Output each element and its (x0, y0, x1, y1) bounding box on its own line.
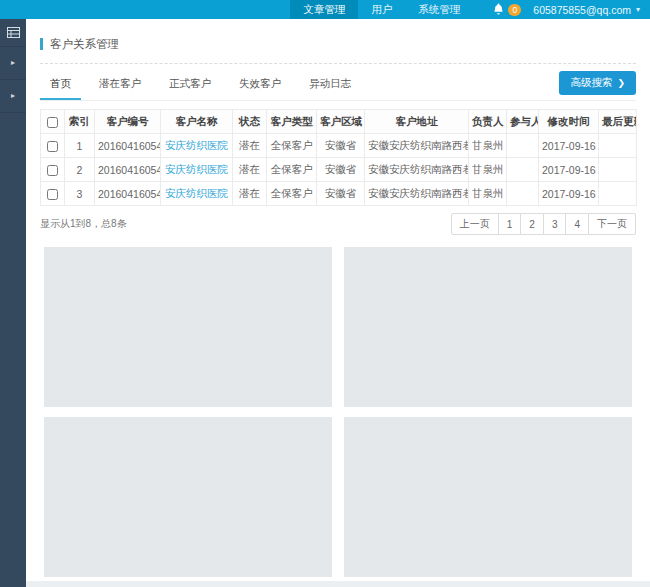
row-checkbox[interactable] (47, 141, 58, 152)
row-checkbox[interactable] (47, 189, 58, 200)
header-modified-time: 修改时间 (539, 110, 599, 134)
customer-name-link[interactable]: 安庆纺织医院 (165, 187, 228, 199)
chart-placeholder-1 (44, 247, 332, 407)
cell-participant (507, 182, 539, 206)
caret-down-icon: ▾ (636, 5, 640, 14)
row-checkbox[interactable] (47, 165, 58, 176)
row-check-cell (41, 182, 65, 206)
cell-index: 2 (65, 158, 95, 182)
sidebar-item-collapsed-1[interactable]: ▸ (0, 47, 26, 80)
cell-address: 安徽安庆纺织南路西巷38号 (365, 134, 469, 158)
cell-customer-name: 安庆纺织医院 (161, 182, 233, 206)
cell-customer-no: 20160416054 (95, 158, 161, 182)
cell-index: 1 (65, 134, 95, 158)
header-customer-no: 客户编号 (95, 110, 161, 134)
header-address: 客户地址 (365, 110, 469, 134)
pagination: 上一页 1 2 3 4 下一页 (451, 213, 636, 235)
pagination-prev-button[interactable]: 上一页 (451, 213, 499, 235)
user-email: 605875855@qq.com (533, 4, 631, 16)
cell-last-update (599, 134, 637, 158)
sidebar: ▸ ▸ (0, 19, 26, 587)
cell-owner: 甘泉州 (469, 134, 507, 158)
page-title: 客户关系管理 (50, 37, 119, 52)
notifications-button[interactable]: 0 (493, 0, 521, 19)
cell-owner: 甘泉州 (469, 158, 507, 182)
cell-customer-name: 安庆纺织医院 (161, 134, 233, 158)
tab-invalid-customers[interactable]: 失效客户 (229, 68, 291, 100)
cell-customer-no: 20160416054 (95, 182, 161, 206)
tab-home[interactable]: 首页 (40, 68, 81, 100)
cell-owner: 甘泉州 (469, 182, 507, 206)
tab-bar: 首页 潜在客户 正式客户 失效客户 异动日志 (40, 68, 369, 100)
table-row: 1 20160416054 安庆纺织医院 潜在 全保客户 安徽省 安徽安庆纺织南… (41, 134, 637, 158)
cell-modified-time: 2017-09-16 (539, 182, 599, 206)
pagination-page-1-button[interactable]: 1 (498, 213, 522, 235)
cell-participant (507, 134, 539, 158)
advanced-search-label: 高级搜索 (570, 76, 612, 90)
list-icon (7, 24, 20, 42)
cell-customer-type: 全保客户 (267, 134, 317, 158)
cell-region: 安徽省 (317, 158, 365, 182)
tab-potential-customers[interactable]: 潜在客户 (89, 68, 151, 100)
customer-table: 索引 客户编号 客户名称 状态 客户类型 客户区域 客户地址 负责人 参与人 修… (40, 109, 637, 206)
header-customer-name: 客户名称 (161, 110, 233, 134)
select-all-checkbox[interactable] (47, 117, 58, 128)
cell-status: 潜在 (233, 134, 267, 158)
header-owner: 负责人 (469, 110, 507, 134)
main-content: 客户关系管理 首页 潜在客户 正式客户 失效客户 异动日志 高级搜索 ❯ 索引 … (26, 19, 650, 581)
tab-change-log[interactable]: 异动日志 (299, 68, 361, 100)
cell-customer-type: 全保客户 (267, 182, 317, 206)
tab-formal-customers[interactable]: 正式客户 (159, 68, 221, 100)
chevron-right-icon: ❯ (617, 79, 625, 88)
tabs-row: 首页 潜在客户 正式客户 失效客户 异动日志 高级搜索 ❯ (40, 68, 636, 101)
topbar: 文章管理 用户 系统管理 0 605875855@qq.com ▾ (0, 0, 650, 19)
cell-address: 安徽安庆纺织南路西巷38号 (365, 182, 469, 206)
cell-address: 安徽安庆纺织南路西巷38号 (365, 158, 469, 182)
chart-placeholder-3 (44, 417, 332, 577)
nav-item-article-management[interactable]: 文章管理 (290, 0, 358, 19)
cell-modified-time: 2017-09-16 (539, 158, 599, 182)
cell-region: 安徽省 (317, 134, 365, 158)
chart-placeholder-2 (344, 247, 632, 407)
header-participant: 参与人 (507, 110, 539, 134)
nav-item-system-management[interactable]: 系统管理 (405, 0, 473, 19)
table-row: 2 20160416054 安庆纺织医院 潜在 全保客户 安徽省 安徽安庆纺织南… (41, 158, 637, 182)
pagination-next-button[interactable]: 下一页 (588, 213, 636, 235)
header-status: 状态 (233, 110, 267, 134)
header-index: 索引 (65, 110, 95, 134)
cell-last-update (599, 158, 637, 182)
user-menu[interactable]: 605875855@qq.com ▾ (533, 0, 650, 19)
cell-customer-name: 安庆纺织医院 (161, 158, 233, 182)
nav-item-users[interactable]: 用户 (358, 0, 405, 19)
cell-index: 3 (65, 182, 95, 206)
record-summary: 显示从1到8，总8条 (40, 217, 127, 231)
cell-modified-time: 2017-09-16 (539, 134, 599, 158)
pagination-page-3-button[interactable]: 3 (543, 213, 567, 235)
select-all-cell (41, 110, 65, 134)
charts-grid (44, 247, 632, 577)
divider (40, 63, 636, 64)
row-check-cell (41, 134, 65, 158)
row-check-cell (41, 158, 65, 182)
header-last-update: 最后更新 (599, 110, 637, 134)
customer-name-link[interactable]: 安庆纺织医院 (165, 163, 228, 175)
pagination-page-4-button[interactable]: 4 (565, 213, 589, 235)
cell-customer-no: 20160416054 (95, 134, 161, 158)
cell-status: 潜在 (233, 158, 267, 182)
page-title-row: 客户关系管理 (40, 33, 636, 55)
customer-name-link[interactable]: 安庆纺织医院 (165, 139, 228, 151)
header-customer-type: 客户类型 (267, 110, 317, 134)
chart-placeholder-4 (344, 417, 632, 577)
cell-status: 潜在 (233, 182, 267, 206)
cell-region: 安徽省 (317, 182, 365, 206)
cell-last-update (599, 182, 637, 206)
advanced-search-button[interactable]: 高级搜索 ❯ (559, 71, 636, 95)
notification-badge: 0 (508, 4, 521, 16)
sidebar-item-collapsed-2[interactable]: ▸ (0, 80, 26, 113)
sidebar-menu-toggle[interactable] (0, 19, 26, 47)
title-accent-bar (40, 38, 43, 50)
pagination-page-2-button[interactable]: 2 (520, 213, 544, 235)
caret-right-icon: ▸ (11, 59, 15, 67)
table-header-row: 索引 客户编号 客户名称 状态 客户类型 客户区域 客户地址 负责人 参与人 修… (41, 110, 637, 134)
table-row: 3 20160416054 安庆纺织医院 潜在 全保客户 安徽省 安徽安庆纺织南… (41, 182, 637, 206)
